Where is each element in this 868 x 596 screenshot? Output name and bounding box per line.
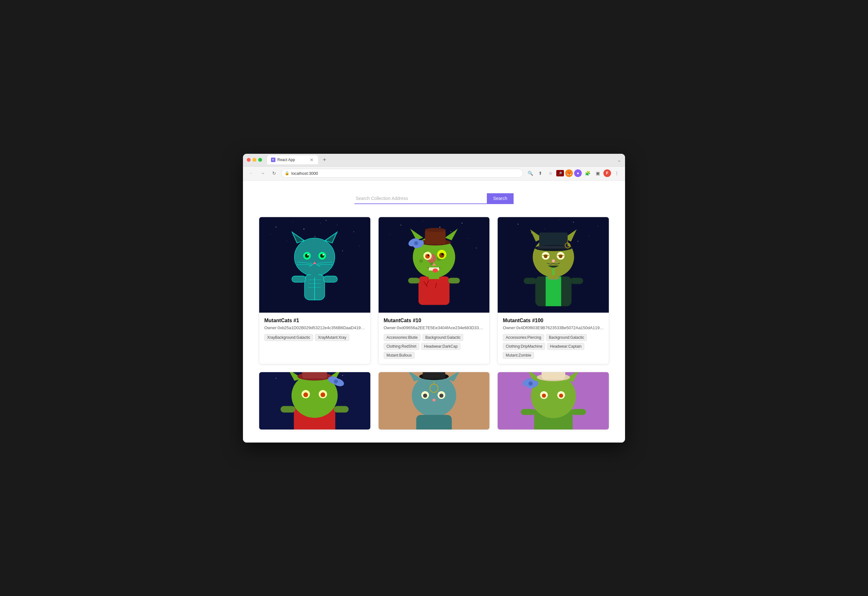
svg-point-48 (425, 254, 430, 258)
svg-point-71 (544, 254, 548, 258)
nft-image-2 (379, 217, 490, 313)
close-window-button[interactable] (247, 158, 251, 162)
refresh-button[interactable]: ↻ (270, 169, 279, 178)
svg-point-85 (334, 379, 338, 383)
trait-badge: Headwear:DarkCap (421, 343, 461, 350)
extension-icon-1[interactable]: 🔎 (556, 170, 564, 176)
nft-name-1: MutantCats #1 (264, 318, 365, 323)
svg-point-102 (433, 398, 435, 401)
more-options-button[interactable]: ⋮ (612, 169, 621, 178)
svg-point-50 (428, 254, 429, 256)
svg-rect-77 (334, 406, 349, 412)
svg-point-51 (441, 253, 444, 255)
svg-point-115 (528, 381, 533, 385)
partial-bg-6 (498, 372, 609, 429)
trait-badge: Headwear:Captain (547, 343, 584, 350)
svg-point-118 (542, 394, 546, 398)
tab-title: React App (278, 158, 295, 162)
svg-point-90 (412, 374, 456, 417)
maximize-window-button[interactable] (258, 158, 262, 162)
nft-owner-3: Owner:0x4Df0f803E9B7623533Be5072Aa150dA1… (503, 325, 604, 330)
trait-badge: Clothing:DripMachine (503, 343, 545, 350)
nft-owner-2: Owner:0xd09656a2EE7E5Ee3404fAce234e683D3… (384, 325, 485, 330)
browser-window: R React App ✕ + ⌄ ← → ↻ 🔒 localhost:3000… (243, 154, 625, 443)
trait-badge: XrayBackground:Galactic (264, 334, 313, 341)
svg-point-101 (439, 394, 444, 398)
svg-rect-58 (524, 277, 537, 284)
search-icon-button[interactable]: 🔍 (526, 169, 534, 178)
svg-point-45 (414, 241, 418, 245)
nft-traits-3: Accessories:Piercing Background:Galactic… (503, 334, 604, 359)
svg-rect-23 (311, 273, 319, 277)
svg-point-54 (433, 268, 438, 273)
svg-rect-57 (545, 276, 561, 306)
extension-icon-2[interactable]: ● (574, 170, 582, 177)
address-text: localhost:3000 (291, 171, 318, 176)
share-icon-button[interactable]: ⬆ (536, 169, 545, 178)
trait-badge: Accessories:Piercing (503, 334, 544, 341)
partial-cat-svg-6 (509, 372, 598, 429)
svg-rect-76 (280, 406, 295, 412)
svg-rect-66 (538, 246, 569, 248)
nft-card-6 (497, 372, 609, 430)
svg-point-49 (439, 252, 444, 258)
tab-close-button[interactable]: ✕ (309, 157, 314, 162)
cat-svg-3 (506, 225, 600, 313)
svg-point-88 (303, 392, 308, 397)
cat-svg-1 (267, 227, 362, 313)
browser-tab[interactable]: R React App ✕ (267, 155, 318, 164)
new-tab-button[interactable]: + (320, 156, 328, 164)
forward-button[interactable]: → (258, 169, 267, 178)
nft-image-3 (498, 217, 609, 313)
svg-rect-24 (418, 276, 449, 305)
svg-point-42 (425, 228, 446, 232)
window-expand-button[interactable]: ⌄ (617, 157, 621, 163)
address-bar[interactable]: 🔒 localhost:3000 (281, 169, 523, 178)
svg-rect-22 (323, 276, 338, 282)
lock-icon: 🔒 (285, 171, 289, 176)
nav-bar: ← → ↻ 🔒 localhost:3000 🔍 ⬆ ☆ 🔎 🦊 ● 🧩 ▣ F… (243, 167, 625, 180)
bookmark-icon-button[interactable]: ☆ (546, 169, 555, 178)
nft-bg-1 (259, 217, 370, 313)
svg-rect-74 (548, 275, 558, 279)
search-input[interactable] (354, 193, 487, 204)
metamask-extension-icon[interactable]: 🦊 (565, 170, 573, 177)
svg-rect-29 (448, 277, 460, 283)
svg-point-100 (423, 394, 427, 398)
svg-rect-55 (429, 275, 439, 279)
nav-toolbar: 🔍 ⬆ ☆ 🔎 🦊 ● 🧩 ▣ F ⋮ (526, 169, 621, 178)
svg-point-119 (559, 394, 563, 398)
partial-image-4 (259, 372, 370, 429)
extensions-button[interactable]: 🧩 (583, 169, 592, 178)
svg-rect-94 (423, 372, 446, 379)
nft-card-1: MutantCats #1 Owner:0xb25a1D02B029d53212… (259, 217, 371, 364)
svg-point-72 (559, 254, 562, 258)
page-content: Search (243, 180, 625, 443)
nft-info-3: MutantCats #100 Owner:0x4Df0f803E9B76235… (498, 313, 609, 364)
traffic-lights (247, 158, 262, 162)
svg-rect-21 (292, 276, 306, 282)
svg-rect-105 (521, 409, 535, 415)
back-button[interactable]: ← (247, 169, 256, 178)
trait-badge: Mutant:Bullous (384, 352, 415, 359)
nft-grid: MutantCats #1 Owner:0xb25a1D02B029d53212… (259, 217, 609, 364)
nft-bg-2 (379, 217, 490, 313)
svg-rect-59 (570, 277, 583, 284)
trait-badge: Background:Galactic (422, 334, 464, 341)
nft-traits-1: XrayBackground:Galactic XrayMutant:Xray (264, 334, 365, 341)
nft-name-2: MutantCats #10 (384, 318, 485, 323)
nft-info-2: MutantCats #10 Owner:0xd09656a2EE7E5Ee34… (379, 313, 490, 364)
minimize-window-button[interactable] (252, 158, 256, 162)
search-button[interactable]: Search (487, 193, 514, 204)
svg-rect-82 (302, 372, 327, 379)
split-view-button[interactable]: ▣ (593, 169, 602, 178)
svg-point-73 (552, 259, 555, 263)
search-bar: Search (354, 193, 514, 204)
nft-bg-3 (498, 217, 609, 313)
svg-point-89 (320, 392, 325, 397)
profile-avatar-button[interactable]: F (604, 170, 611, 177)
trait-badge: Accessories:Blutie (384, 334, 421, 341)
nft-card-5 (378, 372, 490, 430)
trait-badge: XrayMutant:Xray (315, 334, 349, 341)
svg-rect-28 (408, 277, 420, 283)
